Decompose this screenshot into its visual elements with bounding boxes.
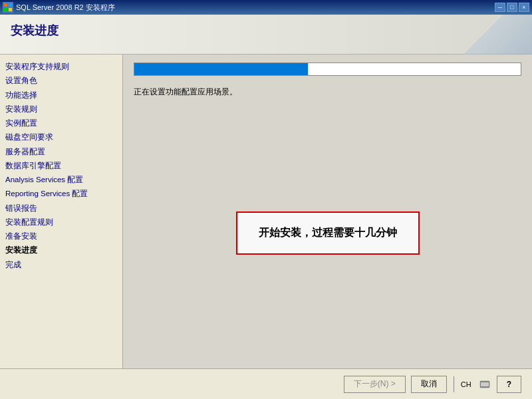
message-text: 开始安装，过程需要十几分钟: [259, 227, 397, 238]
svg-rect-1: [9, 3, 12, 7]
sidebar-item-14[interactable]: 完成: [0, 258, 122, 272]
title-bar-text: SQL Server 2008 R2 安装程序: [16, 3, 115, 13]
next-button[interactable]: 下一步(N) >: [344, 376, 406, 393]
main-content: 正在设置功能配置应用场景。 开始安装，过程需要十几分钟: [123, 55, 532, 368]
sidebar-item-3[interactable]: 安装规则: [0, 102, 122, 116]
keyboard-icon: [479, 379, 490, 390]
sidebar-item-5[interactable]: 磁盘空间要求: [0, 130, 122, 144]
sidebar-item-10[interactable]: 错误报告: [0, 201, 122, 215]
sidebar-item-8[interactable]: Analysis Services 配置: [0, 173, 122, 187]
header-area: 安装进度: [0, 15, 532, 55]
sidebar: 安装程序支持规则设置角色功能选择安装规则实例配置磁盘空间要求服务器配置数据库引擎…: [0, 55, 123, 368]
content-area: 安装程序支持规则设置角色功能选择安装规则实例配置磁盘空间要求服务器配置数据库引擎…: [0, 55, 532, 368]
help-button[interactable]: ?: [497, 376, 521, 393]
lang-indicator: CH: [461, 380, 471, 388]
sidebar-item-2[interactable]: 功能选择: [0, 88, 122, 102]
sidebar-item-0[interactable]: 安装程序支持规则: [0, 60, 122, 74]
sidebar-item-12[interactable]: 准备安装: [0, 229, 122, 243]
svg-rect-0: [4, 3, 7, 7]
title-bar: SQL Server 2008 R2 安装程序 ─ □ ×: [0, 0, 532, 15]
sidebar-item-7[interactable]: 数据库引擎配置: [0, 159, 122, 173]
main-window: 安装进度 安装程序支持规则设置角色功能选择安装规则实例配置磁盘空间要求服务器配置…: [0, 15, 532, 399]
sidebar-item-11[interactable]: 安装配置规则: [0, 215, 122, 229]
maximize-button[interactable]: □: [507, 3, 517, 12]
progress-container: [134, 63, 521, 76]
sidebar-item-1[interactable]: 设置角色: [0, 74, 122, 88]
sidebar-item-13[interactable]: 安装进度: [0, 243, 122, 257]
center-message-area: 开始安装，过程需要十几分钟: [134, 106, 521, 360]
button-bar: 下一步(N) > 取消 CH ?: [0, 368, 532, 399]
app-icon: [3, 2, 13, 13]
help-icon: ?: [507, 380, 511, 389]
svg-rect-2: [4, 8, 7, 11]
minimize-button[interactable]: ─: [495, 3, 505, 12]
progress-bar: [134, 63, 308, 75]
sidebar-item-9[interactable]: Reporting Services 配置: [0, 187, 122, 201]
title-bar-buttons: ─ □ ×: [495, 3, 529, 12]
status-text: 正在设置功能配置应用场景。: [134, 86, 521, 98]
sidebar-item-4[interactable]: 实例配置: [0, 116, 122, 130]
cancel-button[interactable]: 取消: [411, 376, 447, 393]
sidebar-item-6[interactable]: 服务器配置: [0, 145, 122, 159]
header-decoration: [399, 15, 532, 55]
message-box: 开始安装，过程需要十几分钟: [236, 211, 420, 255]
title-bar-left: SQL Server 2008 R2 安装程序: [3, 2, 115, 13]
svg-rect-5: [481, 382, 489, 386]
page-title: 安装进度: [11, 23, 59, 39]
close-button[interactable]: ×: [519, 3, 529, 12]
button-separator: [454, 376, 454, 392]
svg-rect-3: [9, 8, 12, 11]
